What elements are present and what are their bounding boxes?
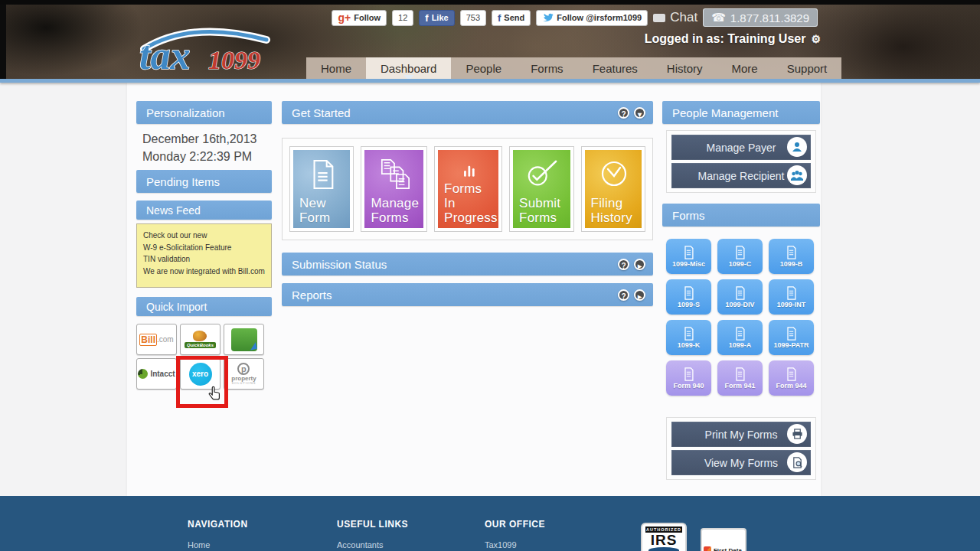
form-940-button[interactable]: Form 940	[666, 360, 711, 396]
left-sidebar: Personalization December 16th,2013 Monda…	[136, 101, 272, 390]
submission-status-title: Submission Status	[292, 258, 387, 271]
main-navigation: Home Dashboard People Forms Features His…	[306, 57, 841, 79]
new-form-tile[interactable]: New Form	[289, 146, 354, 232]
manage-recipient-button[interactable]: Manage Recipient	[671, 163, 811, 188]
footer-link-accountants[interactable]: Accountants	[337, 540, 408, 549]
forms-in-progress-tile[interactable]: Forms In Progress	[434, 146, 502, 232]
manage-recipient-label: Manage Recipient	[698, 170, 785, 182]
manage-forms-tile[interactable]: Manage Forms	[361, 146, 427, 232]
submit-forms-tile[interactable]: Submit Forms	[509, 146, 573, 232]
pending-items-title: Pending Items	[146, 175, 220, 188]
print-my-forms-button[interactable]: Print My Forms	[671, 422, 811, 447]
tab-support[interactable]: Support	[773, 57, 842, 79]
footer-link-home[interactable]: Home	[188, 540, 248, 549]
phone-button[interactable]: ☎ 1.877.811.3829	[703, 8, 818, 27]
people-management-header[interactable]: People Management	[662, 101, 820, 124]
date-text: December 16th,2013	[142, 130, 270, 148]
manage-payer-button[interactable]: Manage Payer	[671, 135, 811, 160]
news-feed-header[interactable]: News Feed	[136, 201, 272, 220]
facebook-like-button[interactable]: f Like	[419, 10, 454, 26]
tab-more[interactable]: More	[717, 57, 773, 79]
import-billcom-button[interactable]: Bill.com	[136, 324, 177, 355]
tile-label: New Form	[299, 196, 345, 225]
personalization-title: Personalization	[146, 106, 225, 119]
facebook-send-label: Send	[504, 13, 524, 22]
help-icon[interactable]: ?	[618, 259, 629, 270]
form-tile-label: 1099-A	[729, 341, 752, 349]
footer-column-title: NAVIGATION	[188, 519, 248, 530]
form-1099-a-button[interactable]: 1099-A	[717, 320, 763, 355]
form-doc-icon	[786, 286, 797, 300]
import-xero-button[interactable]: xero	[180, 358, 220, 390]
facebook-send-button[interactable]: f Send	[492, 10, 531, 26]
form-tile-label: 1099-Misc	[672, 260, 705, 268]
gplus-count-badge: 12	[392, 10, 413, 26]
footer-navigation-column: NAVIGATION Home	[188, 519, 248, 549]
forms-header[interactable]: Forms	[662, 204, 820, 227]
footer: NAVIGATION Home USEFUL LINKS Accountants…	[0, 496, 980, 551]
view-my-forms-button[interactable]: View My Forms	[671, 450, 811, 475]
quick-import-title: Quick Import	[146, 301, 207, 313]
import-property-solutions-button[interactable]: p property SOLUTIONS	[224, 358, 264, 390]
gear-icon[interactable]: ⚙	[811, 33, 821, 45]
form-tile-label: 1099-DIV	[725, 301, 754, 308]
billcom-logo: Bill	[139, 334, 157, 346]
form-1099-div-button[interactable]: 1099-DIV	[717, 279, 763, 315]
twitter-follow-button[interactable]: Follow @irsform1099	[536, 10, 648, 26]
form-1099-b-button[interactable]: 1099-B	[769, 239, 814, 274]
facebook-like-label: Like	[432, 13, 449, 22]
import-quickbooks-button[interactable]: QuickBooks	[180, 324, 220, 355]
get-started-header[interactable]: Get Started ? ▾	[282, 101, 653, 124]
quick-import-header[interactable]: Quick Import	[136, 297, 272, 316]
gplus-follow-button[interactable]: g+ Follow	[332, 10, 387, 26]
form-1099-misc-button[interactable]: 1099-Misc	[666, 239, 711, 274]
pending-items-header[interactable]: Pending Items	[136, 170, 272, 193]
form-1099-patr-button[interactable]: 1099-PATR	[769, 320, 814, 355]
tax1099-logo[interactable]: tax 1099	[138, 18, 276, 78]
import-intacct-button[interactable]: Intacct	[136, 358, 177, 390]
form-944-button[interactable]: Form 944	[769, 360, 814, 396]
quick-import-grid: Bill.com QuickBooks	[136, 324, 265, 390]
tab-forms[interactable]: Forms	[516, 57, 578, 79]
form-941-button[interactable]: Form 941	[717, 360, 763, 396]
recipient-group-icon	[787, 165, 807, 185]
forms-title: Forms	[672, 209, 705, 222]
form-tile-label: Form 940	[673, 382, 704, 390]
my-forms-panel: Print My Forms View My Forms	[666, 417, 816, 480]
logo-tax-text: tax	[139, 34, 190, 77]
form-1099-k-button[interactable]: 1099-K	[666, 320, 711, 355]
form-1099-int-button[interactable]: 1099-INT	[769, 279, 814, 315]
filing-history-tile[interactable]: Filing History	[581, 146, 645, 232]
reports-header[interactable]: Reports ? ▸	[282, 283, 653, 306]
tab-home[interactable]: Home	[306, 57, 366, 79]
footer-our-office-column: OUR OFFICE Tax1099	[485, 519, 545, 549]
submission-status-header[interactable]: Submission Status ? ▸	[282, 253, 653, 276]
people-management-title: People Management	[672, 106, 778, 119]
form-doc-icon	[734, 246, 746, 259]
personalization-header[interactable]: Personalization	[136, 101, 272, 124]
collapse-icon[interactable]: ▾	[634, 107, 645, 119]
firstdata-badge: First Data.	[701, 528, 746, 551]
tab-people[interactable]: People	[451, 57, 516, 79]
irs-authorized-badge: AUTHORIZED IRS	[641, 523, 687, 551]
help-icon[interactable]: ?	[618, 107, 629, 119]
help-icon[interactable]: ?	[618, 289, 629, 301]
tax1099-dashboard-page: tax 1099 g+ Follow 12 f Like 753 f Send	[0, 0, 980, 551]
import-quickbooks-online-button[interactable]	[224, 324, 264, 355]
logged-in-text: Logged in as: Training User	[645, 32, 806, 46]
tab-features[interactable]: Features	[578, 57, 652, 79]
form-doc-icon	[683, 367, 694, 381]
form-1099-c-button[interactable]: 1099-C	[717, 239, 763, 274]
tab-dashboard[interactable]: Dashboard	[366, 57, 451, 79]
content-wrapper: Personalization December 16th,2013 Monda…	[127, 83, 821, 496]
header-bottom-strip	[0, 79, 980, 83]
expand-icon[interactable]: ▸	[634, 259, 645, 270]
news-line: Check out our new	[143, 230, 265, 242]
reports-title: Reports	[292, 289, 332, 302]
irs-logo-text: IRS	[645, 533, 682, 547]
tab-history[interactable]: History	[652, 57, 717, 79]
expand-icon[interactable]: ▸	[634, 289, 645, 301]
chat-button[interactable]: Chat	[653, 10, 697, 25]
form-1099-s-button[interactable]: 1099-S	[666, 279, 711, 315]
news-feed-box: Check out our new W-9 e-Solicitation Fea…	[136, 223, 272, 288]
